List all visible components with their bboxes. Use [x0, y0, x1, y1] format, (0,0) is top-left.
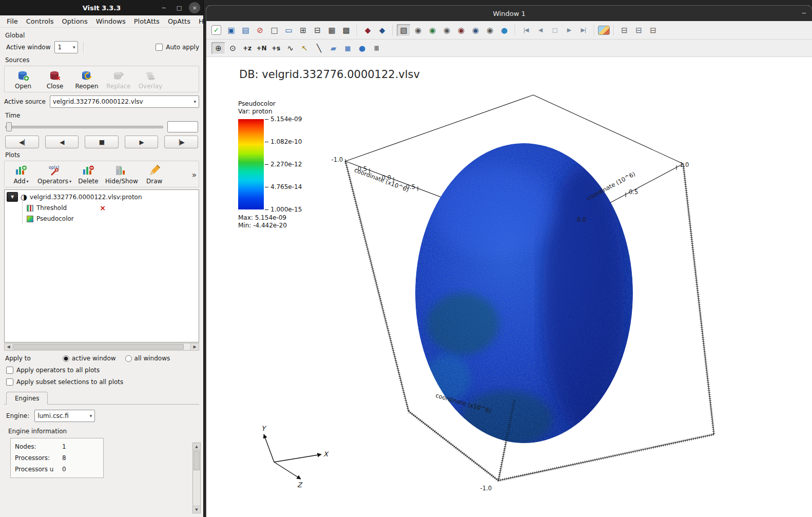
invert-background-icon[interactable]: ◆: [361, 24, 375, 36]
apply-subset-row[interactable]: Apply subset selections to all plots: [6, 378, 198, 386]
zoom-mode-icon[interactable]: ⊙: [226, 42, 240, 54]
remove-operator-icon[interactable]: ×: [100, 204, 106, 212]
pick-mode-icon[interactable]: ↖: [298, 42, 312, 54]
time-field[interactable]: [167, 121, 198, 132]
export-database-icon[interactable]: ⊟: [646, 24, 660, 36]
plane-tool-icon[interactable]: ▰: [326, 42, 340, 54]
clone-window-icon[interactable]: ▤: [239, 24, 253, 36]
active-source-combo[interactable]: velgrid.332776.0000122.vlsv ▾: [50, 95, 199, 108]
auto-apply-checkbox[interactable]: [156, 44, 163, 51]
apply-operators-row[interactable]: Apply operators to all plots: [6, 367, 198, 374]
plot-tree-root-row[interactable]: ▼ ◑ velgrid.332776.0000122.vlsv:proton: [7, 192, 197, 202]
reverse-step-button[interactable]: ◀|: [5, 136, 39, 148]
hide-show-button[interactable]: Hide/Show: [105, 164, 138, 185]
visibility-icon[interactable]: ◑: [21, 193, 27, 202]
undo-view-icon[interactable]: ◉: [440, 24, 454, 36]
active-window-combo[interactable]: 1 ▾: [54, 41, 78, 53]
scroll-left-icon[interactable]: ◀: [5, 343, 13, 350]
visit-titlebar[interactable]: VisIt 3.3.3 ─ □ ×: [0, 0, 203, 15]
next-frame-icon[interactable]: ▶|: [576, 24, 590, 36]
hscroll-thumb[interactable]: [13, 344, 184, 350]
delete-plot-button[interactable]: Delete: [76, 164, 100, 185]
viewer-titlebar[interactable]: Window 1 ─: [206, 6, 812, 21]
layout-1x1-icon[interactable]: ⊞: [296, 24, 310, 36]
engine-combo[interactable]: lumi.csc.fi ▾: [34, 410, 95, 422]
reopen-button[interactable]: Reopen: [73, 69, 100, 90]
spreadsheet-pick-mode-icon[interactable]: +s: [269, 42, 283, 54]
layout-2x2-icon[interactable]: ▦: [325, 24, 339, 36]
fullframe-icon[interactable]: ●: [497, 24, 511, 36]
active-window-radio-item[interactable]: active window: [63, 355, 116, 362]
redo-view-icon[interactable]: ◉: [454, 24, 468, 36]
close-source-button[interactable]: Close: [42, 69, 68, 90]
navigate-mode-icon[interactable]: ⊕: [211, 42, 225, 54]
time-slider[interactable]: [5, 121, 163, 132]
menu-plotatts[interactable]: PlotAtts: [130, 16, 163, 26]
clear-window-icon[interactable]: □: [267, 24, 281, 36]
close-button[interactable]: ×: [189, 2, 200, 13]
visualization-viewport[interactable]: DB: velgrid.332776.0000122.vlsv Pseudoco…: [206, 57, 812, 517]
more-tools-button[interactable]: »: [192, 170, 197, 180]
pseudocolor-tree-item[interactable]: Pseudocolor: [23, 213, 197, 223]
all-windows-radio-item[interactable]: all windows: [125, 355, 170, 362]
scroll-right-icon[interactable]: ▶: [190, 343, 199, 350]
print-window-icon[interactable]: ⊟: [617, 24, 631, 36]
threshold-tree-item[interactable]: Threshold ×: [23, 202, 197, 213]
time-slider-handle[interactable]: [6, 122, 12, 131]
sphere-tool-icon[interactable]: ●: [355, 42, 369, 54]
plot-list-hscrollbar[interactable]: ◀ ▶: [4, 343, 199, 351]
plot-list[interactable]: ▼ ◑ velgrid.332776.0000122.vlsv:proton T…: [4, 189, 199, 342]
play-button[interactable]: ▶: [125, 136, 159, 148]
tree-expand-icon[interactable]: ▼: [7, 192, 18, 202]
overlay-button[interactable]: Overlay: [137, 69, 164, 90]
engine-pane-vscrollbar[interactable]: ▲ ▼: [192, 443, 201, 513]
reverse-play-icon[interactable]: ◀: [533, 24, 547, 36]
reverse-play-button[interactable]: ◀: [45, 136, 79, 148]
layout-3x3-icon[interactable]: ▩: [339, 24, 353, 36]
save-image-icon[interactable]: [598, 26, 610, 35]
apply-subset-checkbox[interactable]: [6, 378, 13, 386]
delete-window-icon[interactable]: ⊘: [253, 24, 267, 36]
vscroll-thumb[interactable]: [194, 451, 200, 470]
reset-view-icon[interactable]: ◉: [411, 24, 425, 36]
perspective-view-icon[interactable]: ▧: [397, 24, 411, 36]
add-plot-button[interactable]: Add▾: [10, 164, 32, 185]
choose-center-icon[interactable]: ◉: [483, 24, 497, 36]
layout-1x2-icon[interactable]: ⊟: [311, 24, 324, 36]
save-view-icon[interactable]: ◉: [469, 24, 482, 36]
line-tool-icon[interactable]: ╲: [312, 42, 326, 54]
node-pick-mode-icon[interactable]: +N: [255, 42, 268, 54]
menu-file[interactable]: File: [3, 16, 22, 26]
new-window-icon[interactable]: ▣: [224, 24, 238, 36]
scroll-up-icon[interactable]: ▲: [193, 443, 200, 450]
menu-options[interactable]: Options: [59, 16, 91, 26]
tab-engines[interactable]: Engines: [6, 392, 48, 405]
open-button[interactable]: Open: [10, 69, 36, 90]
hscroll-track[interactable]: [13, 343, 190, 350]
layout-single-icon[interactable]: ▭: [282, 24, 296, 36]
maximize-button[interactable]: □: [173, 2, 185, 13]
menu-windows[interactable]: Windows: [92, 16, 129, 26]
viewer-minimize-icon[interactable]: ─: [802, 10, 806, 17]
draw-button[interactable]: Draw: [143, 164, 166, 185]
auto-update-icon[interactable]: ◆: [375, 24, 389, 36]
play-icon[interactable]: ▶: [562, 24, 576, 36]
first-frame-icon[interactable]: |◀: [519, 24, 533, 36]
forward-step-button[interactable]: |▶: [164, 136, 198, 148]
scroll-down-icon[interactable]: ▼: [193, 506, 200, 513]
apply-operators-checkbox[interactable]: [6, 367, 13, 374]
zoom-z-mode-icon[interactable]: +z: [240, 42, 254, 54]
all-windows-radio[interactable]: [125, 355, 132, 362]
active-window-radio[interactable]: [63, 355, 69, 362]
box-tool-icon[interactable]: ◼: [341, 42, 355, 54]
stop-button[interactable]: ■: [85, 136, 119, 148]
operators-button[interactable]: op(s) Operators▾: [37, 164, 71, 185]
recenter-view-icon[interactable]: ◉: [426, 24, 439, 36]
active-window-check-icon[interactable]: ✓: [211, 25, 221, 35]
minimize-button[interactable]: ─: [158, 2, 169, 13]
stop-play-icon[interactable]: □: [548, 24, 562, 36]
save-window-icon[interactable]: ⊟: [632, 24, 646, 36]
axis-restriction-icon[interactable]: ≡: [371, 41, 383, 55]
menu-controls[interactable]: Controls: [23, 16, 57, 26]
replace-button[interactable]: Replace: [105, 69, 132, 90]
